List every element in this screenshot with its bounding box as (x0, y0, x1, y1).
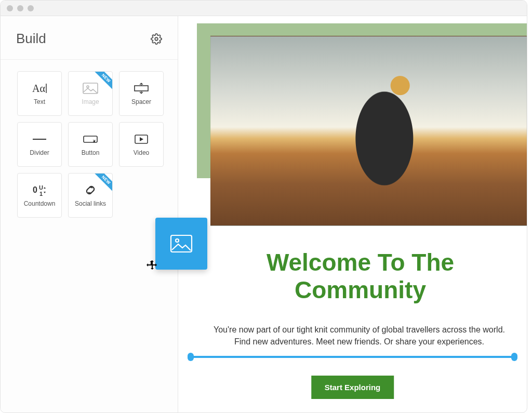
window-control-close[interactable] (7, 5, 13, 11)
block-label: Image (82, 98, 99, 105)
block-divider[interactable]: Divider (17, 122, 62, 167)
svg-text:1: 1 (39, 191, 43, 197)
svg-rect-5 (135, 86, 148, 91)
drag-preview-image-block[interactable] (155, 218, 207, 270)
app-window: Build Aα Text NEW (0, 0, 527, 413)
svg-rect-7 (84, 136, 97, 142)
block-label: Button (82, 149, 100, 156)
svg-text:Aα: Aα (32, 83, 45, 94)
hero-image[interactable] (210, 36, 527, 226)
cta-button[interactable]: Start Exploring (311, 376, 394, 399)
countdown-icon: 0U1 (31, 183, 48, 197)
window-control-minimize[interactable] (17, 5, 23, 11)
spacer-icon (132, 82, 150, 95)
svg-rect-12 (171, 235, 192, 252)
body-text[interactable]: You're now part of our tight knit commun… (209, 324, 509, 348)
button-icon (82, 132, 99, 146)
window-titlebar (1, 1, 527, 16)
sidebar-title: Build (16, 31, 46, 47)
block-countdown[interactable]: 0U1 Countdown (17, 173, 62, 218)
link-icon (82, 183, 99, 197)
block-label: Countdown (24, 200, 56, 207)
image-icon (169, 233, 194, 254)
block-label: Social links (75, 200, 106, 207)
block-label: Text (34, 98, 45, 105)
block-label: Divider (30, 149, 49, 156)
block-video[interactable]: Video (119, 122, 164, 167)
svg-point-13 (176, 239, 179, 242)
block-grid: Aα Text NEW Image Spacer (1, 60, 178, 229)
block-label: Spacer (131, 98, 151, 105)
window-control-zoom[interactable] (28, 5, 34, 11)
block-spacer[interactable]: Spacer (119, 71, 164, 116)
svg-text:U: U (39, 184, 43, 191)
block-text[interactable]: Aα Text (17, 71, 62, 116)
gear-icon[interactable] (151, 33, 162, 45)
block-label: Video (134, 149, 149, 156)
block-button[interactable]: Button (68, 122, 113, 167)
move-cursor-icon (146, 260, 158, 272)
svg-point-4 (87, 86, 89, 88)
sidebar-header: Build (1, 16, 178, 60)
video-icon (132, 132, 150, 146)
svg-point-0 (155, 37, 158, 41)
main-area: Build Aα Text NEW (1, 16, 527, 412)
block-image[interactable]: NEW Image (68, 71, 113, 116)
image-icon (82, 82, 99, 95)
headline-text[interactable]: Welcome To The Community (204, 249, 516, 304)
block-social-links[interactable]: NEW Social links (68, 173, 113, 218)
drop-indicator (190, 356, 515, 358)
svg-text:0: 0 (33, 185, 37, 194)
build-sidebar: Build Aα Text NEW (1, 16, 178, 412)
text-icon: Aα (31, 82, 48, 95)
divider-icon (31, 132, 48, 146)
editor-canvas[interactable]: Welcome To The Community You're now part… (178, 16, 527, 412)
